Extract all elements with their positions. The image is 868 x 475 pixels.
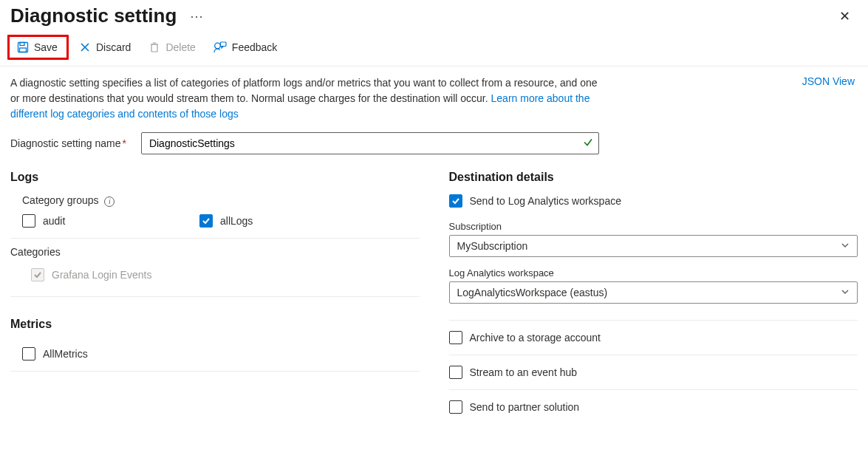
eventhub-row[interactable]: Stream to an event hub xyxy=(449,366,858,379)
log-analytics-label: Send to Log Analytics workspace xyxy=(470,195,621,207)
svg-rect-5 xyxy=(220,42,226,47)
discard-icon xyxy=(79,41,91,53)
svg-rect-3 xyxy=(151,44,157,52)
more-icon[interactable]: ⋯ xyxy=(190,8,204,24)
workspace-select[interactable]: LogAnalyticsWorkspace (eastus) xyxy=(449,281,858,304)
log-analytics-checkbox[interactable] xyxy=(449,194,462,208)
toolbar: Save Discard Delete Feedback xyxy=(0,35,868,66)
logs-header: Logs xyxy=(10,171,420,184)
validation-ok-icon xyxy=(583,137,593,150)
categories-label: Categories xyxy=(10,246,408,258)
workspace-label: Log Analytics workspace xyxy=(449,267,858,278)
log-analytics-row[interactable]: Send to Log Analytics workspace xyxy=(449,194,858,208)
category-groups-label: Category groups i xyxy=(22,194,420,207)
partner-row[interactable]: Send to partner solution xyxy=(449,400,858,414)
discard-button[interactable]: Discard xyxy=(72,37,138,58)
subscription-label: Subscription xyxy=(449,221,858,232)
delete-button: Delete xyxy=(141,37,202,58)
setting-name-label: Diagnostic setting name xyxy=(10,137,120,149)
audit-checkbox[interactable] xyxy=(22,214,35,228)
feedback-icon xyxy=(213,41,227,53)
allmetrics-label: AllMetrics xyxy=(43,348,88,360)
audit-label: audit xyxy=(43,215,65,227)
alllogs-checkbox-row[interactable]: allLogs xyxy=(199,214,253,228)
destination-header: Destination details xyxy=(449,171,858,184)
svg-point-4 xyxy=(215,43,221,49)
storage-checkbox[interactable] xyxy=(449,331,462,344)
save-label: Save xyxy=(34,41,58,53)
delete-label: Delete xyxy=(165,41,195,53)
feedback-label: Feedback xyxy=(232,41,277,53)
alllogs-label: allLogs xyxy=(220,215,253,227)
subscription-select[interactable]: MySubscription xyxy=(449,235,858,257)
delete-icon xyxy=(148,41,160,53)
setting-name-input[interactable] xyxy=(141,132,599,154)
save-button[interactable]: Save xyxy=(10,37,65,58)
json-view-link[interactable]: JSON View xyxy=(802,75,858,87)
grafana-login-checkbox xyxy=(31,268,44,281)
chevron-down-icon xyxy=(841,240,850,252)
audit-checkbox-row[interactable]: audit xyxy=(22,214,170,228)
storage-label: Archive to a storage account xyxy=(470,332,601,344)
eventhub-checkbox[interactable] xyxy=(449,366,462,379)
partner-label: Send to partner solution xyxy=(470,401,580,413)
storage-row[interactable]: Archive to a storage account xyxy=(449,331,858,344)
required-indicator: * xyxy=(122,137,126,149)
metrics-header: Metrics xyxy=(10,318,420,331)
info-icon[interactable]: i xyxy=(104,197,115,207)
alllogs-checkbox[interactable] xyxy=(199,214,213,228)
allmetrics-row[interactable]: AllMetrics xyxy=(22,347,408,360)
description-text: A diagnostic setting specifies a list of… xyxy=(10,75,601,122)
workspace-value: LogAnalyticsWorkspace (eastus) xyxy=(457,287,608,298)
close-icon[interactable]: ✕ xyxy=(832,5,858,27)
feedback-button[interactable]: Feedback xyxy=(206,37,284,58)
save-icon xyxy=(17,41,29,53)
grafana-login-row: Grafana Login Events xyxy=(22,265,408,284)
svg-rect-1 xyxy=(20,43,24,46)
grafana-login-label: Grafana Login Events xyxy=(52,269,151,281)
svg-rect-2 xyxy=(20,48,27,52)
chevron-down-icon xyxy=(841,287,850,298)
page-title: Diagnostic setting xyxy=(10,4,177,27)
subscription-value: MySubscription xyxy=(457,240,528,252)
eventhub-label: Stream to an event hub xyxy=(470,366,578,378)
allmetrics-checkbox[interactable] xyxy=(22,347,35,360)
discard-label: Discard xyxy=(96,41,131,53)
partner-checkbox[interactable] xyxy=(449,400,462,414)
